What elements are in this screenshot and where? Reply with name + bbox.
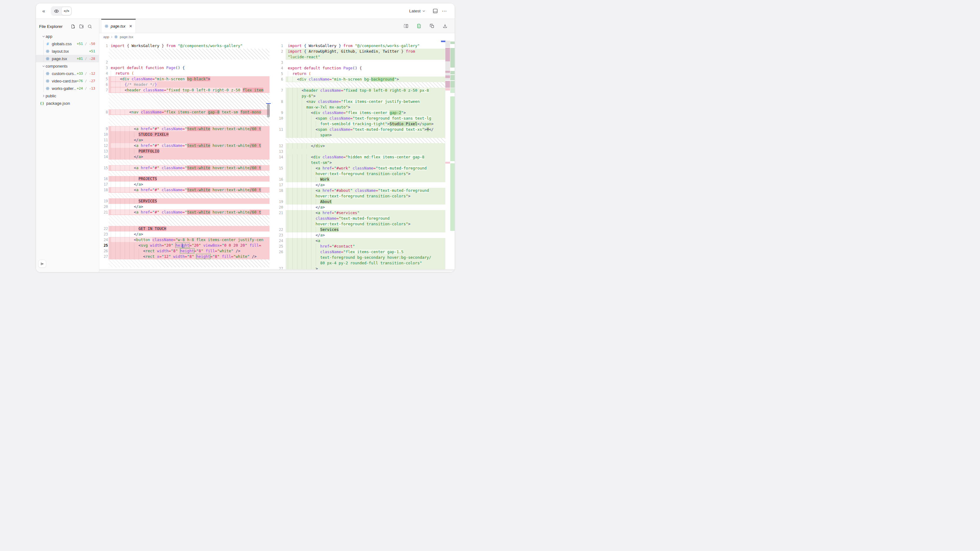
code-line[interactable]: 18 <a href="#about" className="text-mute…: [274, 188, 445, 194]
breadcrumb-file[interactable]: page.tsx: [120, 35, 133, 39]
collapsed-unchanged-region[interactable]: [108, 93, 269, 110]
copy-button[interactable]: [427, 21, 437, 31]
code-toggle-button[interactable]: </>: [61, 7, 71, 15]
code-line[interactable]: 13: [274, 149, 445, 154]
collapsed-unchanged-region[interactable]: [108, 160, 269, 165]
collapse-panel-button[interactable]: «: [39, 6, 48, 16]
code-line[interactable]: 21 <a href="#" className="text-white hov…: [99, 210, 269, 215]
code-line[interactable]: 8 <nav className="flex items-center gap-…: [99, 110, 269, 115]
code-line[interactable]: 10 <span className="text-foreground font…: [274, 116, 445, 121]
code-line[interactable]: 5 <div className="min-h-screen bg-black"…: [99, 76, 269, 82]
code-line[interactable]: 3export default function Page() {: [99, 65, 269, 71]
diff-pane-new[interactable]: 1import { WorksGallery } from "@/compone…: [274, 41, 445, 272]
sidebar-item-package-json[interactable]: { }package.json: [36, 100, 99, 107]
code-line[interactable]: 1import { WorksGallery } from "@/compone…: [99, 43, 269, 49]
sidebar-item-layout-tsx[interactable]: layout.tsx+51: [36, 48, 99, 55]
new-folder-button[interactable]: [78, 23, 84, 29]
code-line[interactable]: 7 <header className="fixed top-0 left-0 …: [274, 88, 445, 93]
split-diff-view-button[interactable]: [401, 21, 410, 31]
collapsed-unchanged-region[interactable]: [108, 215, 269, 226]
file-diff-button[interactable]: [414, 21, 424, 31]
chevron-right-icon[interactable]: [41, 94, 46, 98]
chevron-down-icon[interactable]: [41, 65, 46, 68]
code-line[interactable]: 4 return (: [99, 71, 269, 76]
code-line[interactable]: font-semibold tracking-tight">Studio Pix…: [274, 121, 445, 127]
code-line[interactable]: py-6">: [274, 93, 445, 99]
search-files-button[interactable]: [86, 23, 93, 29]
sidebar-item-globals-css[interactable]: #globals.css+51 / -50: [36, 40, 99, 48]
code-line[interactable]: 16 PROJECTS: [99, 176, 269, 182]
collapsed-unchanged-region[interactable]: [108, 259, 269, 267]
close-tab-icon[interactable]: ✕: [129, 24, 132, 29]
diff-minimap[interactable]: [445, 41, 455, 272]
code-line[interactable]: 12 <a href="#" className="text-white hov…: [99, 143, 269, 148]
code-line[interactable]: 24 <button className="w-8 h-8 flex items…: [99, 237, 269, 243]
code-line[interactable]: 20 </a>: [274, 205, 445, 210]
code-line[interactable]: 21 <a href="#services": [274, 210, 445, 216]
code-line[interactable]: 26 className="flex items-center gap-1.5: [274, 249, 445, 255]
more-options-button[interactable]: ⋯: [440, 6, 449, 16]
code-line[interactable]: 6 <div className="min-h-screen bg-backgr…: [274, 76, 445, 82]
code-line[interactable]: 4export default function Page() {: [274, 65, 445, 71]
code-line[interactable]: 17 </a>: [274, 182, 445, 188]
collapsed-unchanged-region[interactable]: [108, 193, 269, 198]
code-line[interactable]: 24 <a: [274, 238, 445, 244]
code-line[interactable]: 23 </a>: [99, 232, 269, 237]
new-file-button[interactable]: [70, 23, 76, 29]
code-line[interactable]: 14 <div className="hidden md:flex items-…: [274, 154, 445, 160]
code-line[interactable]: className="text-muted-foreground: [274, 216, 445, 221]
code-line[interactable]: text-foreground bg-secondary hover:bg-se…: [274, 255, 445, 260]
code-line[interactable]: 9 <a href="#" className="text-white hove…: [99, 126, 269, 132]
code-line[interactable]: 20 </a>: [99, 204, 269, 210]
tab-page-tsx[interactable]: page.tsx ✕: [101, 19, 136, 33]
sidebar-item-app[interactable]: app: [36, 33, 99, 40]
code-line[interactable]: 5 return (: [274, 71, 445, 76]
preview-toggle-button[interactable]: [51, 7, 61, 15]
code-line[interactable]: 7 <header className="fixed top-0 left-0 …: [99, 87, 269, 93]
bottom-scrollbar-track[interactable]: [99, 269, 455, 272]
code-line[interactable]: 3: [274, 60, 445, 65]
code-line[interactable]: 80 px-4 py-2 rounded-full transition-col…: [274, 260, 445, 266]
code-line[interactable]: "lucide-react": [274, 54, 445, 60]
code-line[interactable]: text-sm">: [274, 160, 445, 165]
code-line[interactable]: 11 </a>: [99, 137, 269, 143]
code-line[interactable]: 15 <a href="#" className="text-white hov…: [99, 165, 269, 171]
code-line[interactable]: 25 <svg width="20" height="20" viewBox="…: [99, 243, 269, 248]
code-line[interactable]: 11 <span className="text-muted-foregroun…: [274, 127, 445, 132]
code-line[interactable]: 19 About: [274, 199, 445, 205]
left-pane-scrollbar-thumb[interactable]: [267, 104, 270, 118]
code-line[interactable]: hover:text-foreground transition-colors"…: [274, 171, 445, 177]
sidebar-item-page-tsx[interactable]: page.tsx+81 / -28: [36, 55, 99, 62]
code-line[interactable]: max-w-7xl mx-auto">: [274, 105, 445, 110]
sidebar-item-works-galler-[interactable]: works-galler…+24 / -13: [36, 84, 99, 92]
code-line[interactable]: 8 <nav className="flex items-center just…: [274, 99, 445, 105]
code-line[interactable]: 6 {/* Header */}: [99, 82, 269, 87]
code-line[interactable]: 25 href="#contact": [274, 244, 445, 249]
diff-pane-old[interactable]: 1import { WorksGallery } from "@/compone…: [99, 41, 272, 272]
sidebar-item-custom-curs-[interactable]: custom-curs…+33 / -12: [36, 70, 99, 77]
code-line[interactable]: hover:text-foreground transition-colors"…: [274, 221, 445, 227]
collapsed-unchanged-region[interactable]: [108, 115, 269, 126]
sidebar-item-public[interactable]: public: [36, 92, 99, 100]
code-line[interactable]: 9 <div className="flex items-center gap-…: [274, 110, 445, 116]
collapsed-unchanged-region[interactable]: [108, 171, 269, 176]
collapse-sidebar-button[interactable]: [38, 260, 46, 268]
code-line[interactable]: 1import { WorksGallery } from "@/compone…: [274, 43, 445, 49]
code-line[interactable]: 15 <a href="#work" className="text-muted…: [274, 165, 445, 171]
download-button[interactable]: [441, 21, 450, 31]
code-line[interactable]: hover:text-foreground transition-colors"…: [274, 194, 445, 199]
code-line[interactable]: 27 <rect x="12" width="8" height="8" fil…: [99, 254, 269, 259]
code-line[interactable]: span>: [274, 132, 445, 138]
code-line[interactable]: 12 </div>: [274, 143, 445, 149]
code-line[interactable]: 26 <rect width="8" height="8" fill="whit…: [99, 248, 269, 254]
code-line[interactable]: 16 Work: [274, 177, 445, 182]
sidebar-item-video-card-tsx[interactable]: video-card.tsx+76 / -27: [36, 77, 99, 84]
panel-bottom-button[interactable]: [430, 6, 440, 16]
collapsed-unchanged-region[interactable]: [286, 138, 445, 143]
collapsed-unchanged-region[interactable]: [108, 49, 269, 59]
code-line[interactable]: 18 <a href="#" className="text-white hov…: [99, 187, 269, 193]
code-line[interactable]: 23 </a>: [274, 232, 445, 238]
code-line[interactable]: 17 </a>: [99, 182, 269, 187]
code-line[interactable]: 13 PORTFOLIO: [99, 148, 269, 154]
code-line[interactable]: 19 SERVICES: [99, 198, 269, 204]
